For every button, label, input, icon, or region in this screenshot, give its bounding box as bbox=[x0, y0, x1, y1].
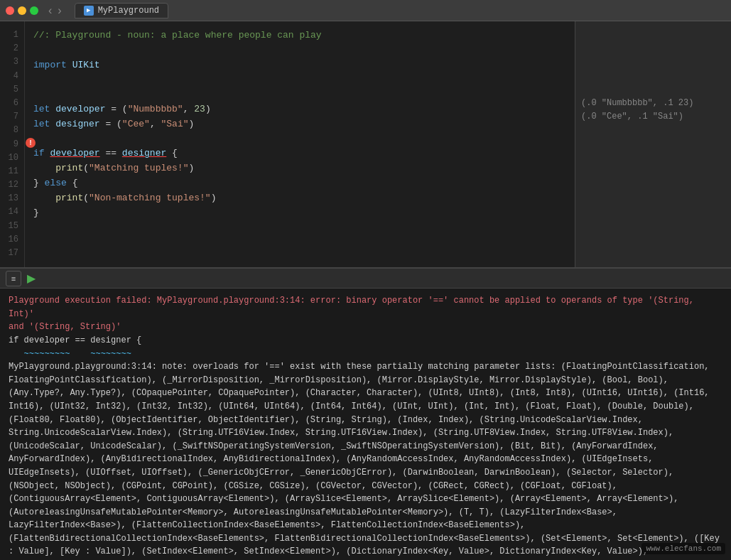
line-numbers: 1234567891011121314151617 bbox=[0, 21, 25, 267]
back-button[interactable]: ‹ bbox=[47, 4, 53, 17]
maximize-button[interactable] bbox=[30, 6, 38, 15]
titlebar: ‹ › ▶ MyPlayground bbox=[0, 0, 731, 21]
tab-label: MyPlayground bbox=[98, 6, 159, 16]
bottom-toolbar: ≡ ▶ bbox=[0, 269, 731, 289]
nav-controls: ‹ › bbox=[47, 4, 63, 17]
result-designer: (.0 "Cee", .1 "Sai") bbox=[581, 110, 725, 124]
console-content: Playground execution failed: MyPlaygroun… bbox=[9, 294, 722, 560]
console-output: Playground execution failed: MyPlaygroun… bbox=[0, 289, 731, 560]
result-developer: (.0 "Numbbbbb", .1 23) bbox=[581, 97, 725, 110]
results-panel: (.0 "Numbbbbb", .1 23) (.0 "Cee", .1 "Sa… bbox=[575, 21, 731, 267]
code-area[interactable]: //: Playground - noun: a place where peo… bbox=[25, 21, 575, 267]
window-controls bbox=[6, 6, 38, 15]
code-editor: 1234567891011121314151617 //: Playground… bbox=[0, 21, 731, 269]
file-tab[interactable]: ▶ MyPlayground bbox=[75, 3, 168, 18]
tab-icon: ▶ bbox=[84, 6, 94, 16]
app-window: ‹ › ▶ MyPlayground 123456789101112131415… bbox=[0, 0, 731, 560]
minimize-button[interactable] bbox=[18, 6, 26, 15]
run-button[interactable]: ▶ bbox=[27, 271, 36, 285]
forward-button[interactable]: › bbox=[56, 4, 63, 17]
close-button[interactable] bbox=[6, 6, 14, 15]
editor-container: 1234567891011121314151617 //: Playground… bbox=[0, 21, 731, 560]
toggle-console-button[interactable]: ≡ bbox=[6, 271, 21, 286]
error-indicator: ! bbox=[26, 138, 36, 148]
watermark: www.elecfans.com bbox=[641, 543, 725, 554]
